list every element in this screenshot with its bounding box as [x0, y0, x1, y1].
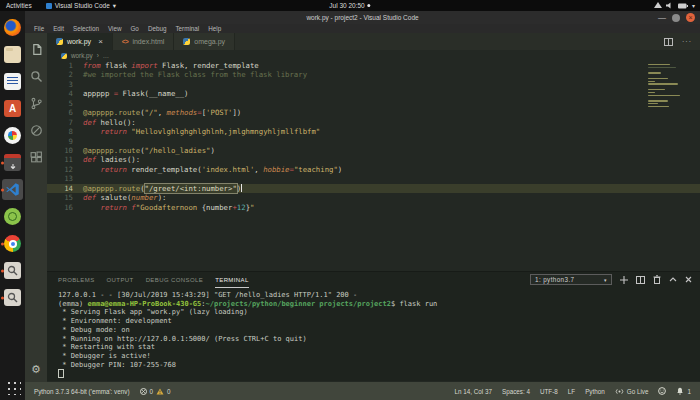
- code-token: ):: [158, 193, 167, 202]
- terminal-output[interactable]: 127.0.0.1 - - [30/Jul/2019 15:43:29] "GE…: [47, 288, 700, 380]
- menu-item-terminal[interactable]: Terminal: [175, 25, 199, 32]
- language-mode-button[interactable]: Python: [585, 388, 605, 395]
- panel-tab-output[interactable]: OUTPUT: [107, 272, 134, 288]
- code-line[interactable]: 11def ladies():: [47, 155, 700, 164]
- minimap[interactable]: [648, 64, 696, 107]
- maximize-button[interactable]: [672, 14, 680, 22]
- menu-item-help[interactable]: Help: [208, 25, 221, 32]
- menu-item-edit[interactable]: Edit: [53, 25, 64, 32]
- feedback-smiley-button[interactable]: [658, 387, 666, 395]
- desktop-screen: Activities Visual Studio Code ▾ Jul 30 2…: [0, 0, 700, 400]
- code-token: "/greet/<int:number>": [145, 184, 237, 193]
- dock-item-android-studio[interactable]: [1, 203, 24, 230]
- app-menu-button[interactable]: Visual Studio Code ▾: [46, 2, 116, 10]
- close-tab-icon[interactable]: ×: [98, 37, 103, 46]
- code-line[interactable]: 3: [47, 80, 700, 89]
- dock-item-files[interactable]: [1, 41, 24, 68]
- menu-item-debug[interactable]: Debug: [148, 25, 167, 32]
- dock-item-vscode[interactable]: [1, 176, 24, 203]
- code-line[interactable]: 5: [47, 99, 700, 108]
- tab-work-py[interactable]: work.py×: [47, 33, 113, 50]
- encoding-button[interactable]: UTF-8: [540, 388, 558, 395]
- code-line[interactable]: 14@appppp.route("/greet/<int:number>"): [47, 184, 700, 193]
- dock-item-libreoffice-writer[interactable]: [1, 68, 24, 95]
- eol-button[interactable]: LF: [568, 388, 575, 395]
- menu-item-selection[interactable]: Selection: [73, 25, 99, 32]
- close-panel-icon[interactable]: [685, 276, 692, 283]
- system-tray[interactable]: ▾: [654, 2, 695, 9]
- dock-item-chrome[interactable]: [1, 230, 24, 257]
- minimize-button[interactable]: —: [658, 15, 666, 21]
- terminal-shell-select[interactable]: 1: python3.7 ▾: [530, 274, 612, 285]
- explorer-icon[interactable]: [30, 43, 43, 56]
- code-line[interactable]: 16 return f"Goodafternoon {number+12}": [47, 203, 700, 212]
- menu-item-view[interactable]: View: [108, 25, 122, 32]
- code-line[interactable]: 7def hello():: [47, 118, 700, 127]
- code-token: {number: [202, 203, 233, 212]
- panel-tab-debug-console[interactable]: DEBUG CONSOLE: [146, 272, 204, 288]
- code-token: "Goodafternoon: [136, 203, 202, 212]
- kill-terminal-trash-icon[interactable]: [653, 275, 661, 284]
- minimap-line: [648, 92, 655, 93]
- code-line[interactable]: 2#we imported the Flask class from the f…: [47, 70, 700, 79]
- dock-item-a-app[interactable]: A: [1, 95, 24, 122]
- new-terminal-icon[interactable]: [620, 276, 628, 284]
- dock-item-magnifier-tool[interactable]: [1, 284, 24, 311]
- code-line[interactable]: 6@appppp.route("/", methods=['POST']): [47, 108, 700, 117]
- more-actions-icon[interactable]: ···: [682, 38, 692, 45]
- code-line[interactable]: 10@appppp.route("/hello_ladies"): [47, 146, 700, 155]
- dock-item-screenshot-tool[interactable]: [1, 257, 24, 284]
- debug-icon[interactable]: [30, 124, 43, 137]
- tab-index-html[interactable]: <>index.html: [113, 33, 175, 50]
- breadcrumb-more[interactable]: …: [103, 52, 109, 59]
- firefox-icon: [4, 19, 21, 36]
- clock-button[interactable]: Jul 30 20:50: [329, 2, 370, 9]
- code-line[interactable]: 4appppp = Flask(__name__): [47, 89, 700, 98]
- panel-tab-problems[interactable]: PROBLEMS: [58, 272, 95, 288]
- breadcrumb-separator-icon: ›: [97, 52, 99, 59]
- panel-tab-terminal[interactable]: TERMINAL: [215, 272, 249, 288]
- search-icon[interactable]: [30, 70, 43, 83]
- problems-button[interactable]: 0 0: [140, 388, 171, 395]
- activities-button[interactable]: Activities: [0, 2, 38, 9]
- chevron-down-icon: ▾: [113, 2, 116, 10]
- dock-item-package-installer[interactable]: [1, 149, 24, 176]
- code-editor[interactable]: 1from flask import Flask, render_templat…: [47, 61, 700, 271]
- breadcrumb-file[interactable]: work.py: [71, 52, 93, 59]
- terminal-line: * Serving Flask app "work.py" (lazy load…: [58, 308, 700, 317]
- menu-item-go[interactable]: Go: [130, 25, 138, 32]
- gear-icon[interactable]: ⚙: [25, 363, 47, 376]
- code-line[interactable]: 12 return render_template('index.html', …: [47, 165, 700, 174]
- code-line[interactable]: 1from flask import Flask, render_templat…: [47, 61, 700, 70]
- code-text: def ladies():: [83, 155, 140, 164]
- breadcrumb[interactable]: work.py › …: [47, 50, 700, 61]
- notifications-bell-button[interactable]: 1: [676, 387, 691, 395]
- menu-bar: FileEditSelectionViewGoDebugTerminalHelp: [25, 24, 700, 33]
- code-line[interactable]: 9: [47, 137, 700, 146]
- terminal-line: * Debugger PIN: 107-255-768: [58, 361, 700, 370]
- close-button[interactable]: ×: [686, 13, 695, 22]
- window-title-bar[interactable]: work.py - project2 - Visual Studio Code …: [25, 11, 700, 24]
- source-control-icon[interactable]: [30, 97, 43, 110]
- indentation-button[interactable]: Spaces: 4: [502, 388, 530, 395]
- split-terminal-icon[interactable]: [636, 276, 645, 284]
- split-editor-icon[interactable]: [664, 38, 673, 46]
- code-line[interactable]: 13: [47, 174, 700, 183]
- maximize-panel-chevron-icon[interactable]: [669, 277, 677, 282]
- cursor-position-button[interactable]: Ln 14, Col 37: [454, 388, 491, 395]
- dock-item-firefox[interactable]: [1, 14, 24, 41]
- go-live-button[interactable]: Go Live: [615, 388, 649, 395]
- code-token: number: [131, 193, 157, 202]
- tab-label: index.html: [132, 38, 164, 45]
- python-interpreter-button[interactable]: Python 3.7.3 64-bit ('emma': venv): [34, 388, 130, 395]
- dock-item-colorful-app[interactable]: [1, 122, 24, 149]
- code-text: #we imported the Flask class from the fl…: [83, 70, 307, 79]
- line-number: 11: [47, 155, 83, 164]
- code-line[interactable]: 15def salute(number):: [47, 193, 700, 202]
- line-number: 2: [47, 70, 83, 79]
- code-line[interactable]: 8 return "Hellovlghlghghlghlnh,jmlghmngy…: [47, 127, 700, 136]
- dock-item-show-applications[interactable]: [1, 373, 24, 400]
- tab-omega-py[interactable]: omega.py: [174, 33, 235, 50]
- menu-item-file[interactable]: File: [34, 25, 44, 32]
- extensions-icon[interactable]: [30, 151, 43, 164]
